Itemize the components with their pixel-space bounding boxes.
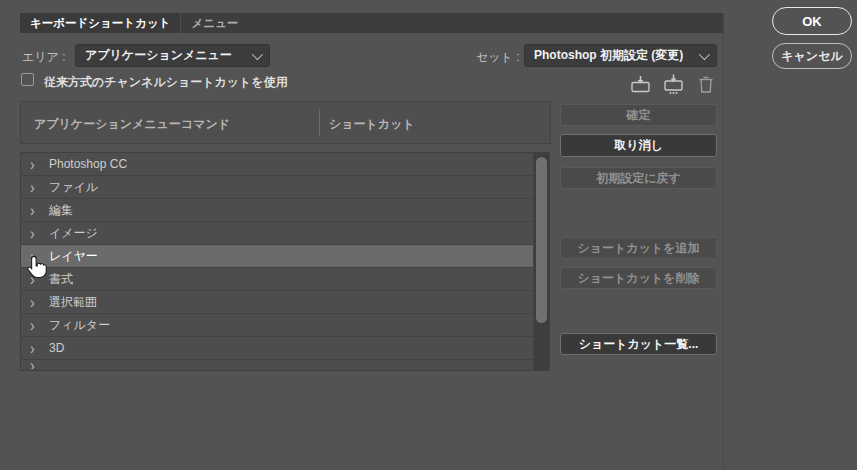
disclosure-chevron-icon: › [30,360,42,369]
keyboard-shortcuts-dialog: キーボードショートカット メニュー エリア : アプリケーションメニュー セット… [0,0,857,470]
area-select-value: アプリケーションメニュー [85,47,232,64]
undo-button[interactable]: 取り消し [560,134,717,157]
disclosure-chevron-icon[interactable]: › [30,158,42,170]
chevron-down-icon [252,48,263,59]
table-row-photoshop-cc[interactable]: › Photoshop CC [21,153,533,176]
column-header-command: アプリケーションメニューコマンド [34,116,230,133]
summarize-shortcuts-button[interactable]: ショートカット一覧... [560,333,717,355]
column-header-shortcut: ショートカット [329,116,415,133]
table-row-partial[interactable]: › [21,360,533,369]
save-set-icon[interactable] [628,73,652,95]
tab-menus[interactable]: メニュー [181,13,248,33]
set-select-value: Photoshop 初期設定 (変更) [534,47,683,64]
table-row-file[interactable]: › ファイル [21,176,533,199]
accept-button[interactable]: 確定 [560,104,717,126]
scrollbar-track[interactable] [533,153,549,370]
disclosure-chevron-icon[interactable]: › [30,227,42,239]
delete-shortcut-button[interactable]: ショートカットを削除 [560,267,717,289]
table-row-image[interactable]: › イメージ [21,222,533,245]
disclosure-chevron-icon[interactable]: › [30,296,42,308]
disclosure-chevron-icon[interactable]: › [30,181,42,193]
legacy-shortcuts-checkbox[interactable] [21,73,34,86]
panel-right-edge [723,13,724,470]
table-row-edit[interactable]: › 編集 [21,199,533,222]
chevron-down-icon [699,48,710,59]
add-shortcut-button[interactable]: ショートカットを追加 [560,237,717,259]
area-label: エリア : [22,49,66,66]
save-set-as-icon[interactable] [661,73,685,95]
disclosure-chevron-icon[interactable]: › [30,250,42,262]
tab-bar: キーボードショートカット メニュー [20,13,723,33]
table-row-select[interactable]: › 選択範囲 [21,291,533,314]
shortcut-command-list: › Photoshop CC › ファイル › 編集 › イメージ › レイヤー… [20,152,550,371]
use-default-button[interactable]: 初期設定に戻す [560,167,717,189]
table-header: アプリケーションメニューコマンド ショートカット [20,101,551,144]
disclosure-chevron-icon[interactable]: › [30,342,42,354]
tab-keyboard-shortcuts[interactable]: キーボードショートカット [20,13,181,33]
cancel-button[interactable]: キャンセル [772,43,852,69]
set-select[interactable]: Photoshop 初期設定 (変更) [524,44,717,67]
delete-set-icon[interactable] [694,73,718,95]
table-row-3d[interactable]: › 3D [21,337,533,360]
list-rows: › Photoshop CC › ファイル › 編集 › イメージ › レイヤー… [21,153,533,370]
disclosure-chevron-icon[interactable]: › [30,273,42,285]
table-row-type[interactable]: › 書式 [21,268,533,291]
disclosure-chevron-icon[interactable]: › [30,204,42,216]
set-label: セット : [476,49,520,66]
set-toolbar [628,73,718,95]
table-row-layer[interactable]: › レイヤー [21,245,533,268]
scrollbar-thumb[interactable] [536,157,547,323]
ok-button[interactable]: OK [772,7,852,35]
area-select[interactable]: アプリケーションメニュー [75,44,270,67]
column-divider [319,109,320,136]
disclosure-chevron-icon[interactable]: › [30,319,42,331]
table-row-filter[interactable]: › フィルター [21,314,533,337]
legacy-shortcuts-label: 従来方式のチャンネルショートカットを使用 [44,74,288,91]
